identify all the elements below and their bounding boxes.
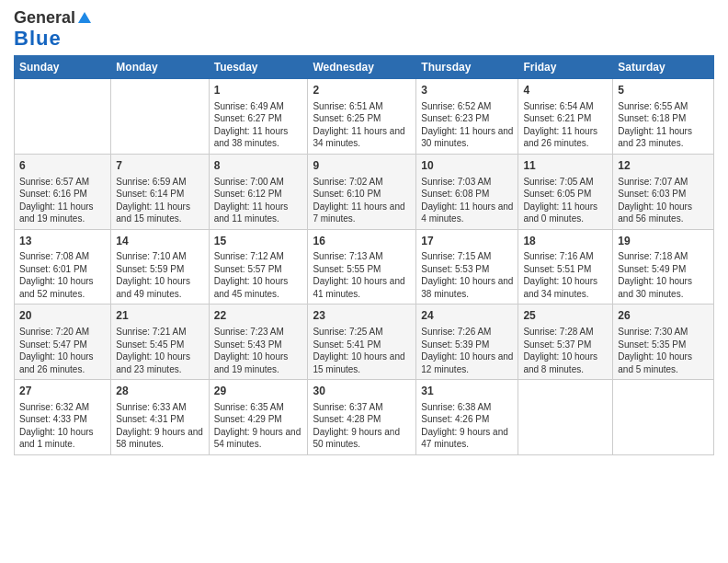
- day-number: 13: [19, 234, 106, 249]
- calendar-cell: 26Sunrise: 7:30 AM Sunset: 5:35 PM Dayli…: [613, 304, 714, 380]
- day-content: Sunrise: 6:55 AM Sunset: 6:18 PM Dayligh…: [618, 100, 709, 150]
- day-header-sunday: Sunday: [15, 55, 111, 78]
- day-number: 16: [313, 234, 411, 249]
- day-header-monday: Monday: [111, 55, 209, 78]
- calendar-cell: 8Sunrise: 7:00 AM Sunset: 6:12 PM Daylig…: [209, 154, 308, 229]
- calendar-cell: 31Sunrise: 6:38 AM Sunset: 4:26 PM Dayli…: [416, 380, 518, 455]
- day-number: 4: [523, 83, 608, 98]
- calendar-table: SundayMondayTuesdayWednesdayThursdayFrid…: [14, 55, 714, 455]
- day-number: 23: [313, 308, 411, 324]
- calendar-cell: 20Sunrise: 7:20 AM Sunset: 5:47 PM Dayli…: [15, 304, 111, 380]
- day-number: 3: [421, 83, 513, 98]
- calendar-cell: 9Sunrise: 7:02 AM Sunset: 6:10 PM Daylig…: [308, 154, 416, 229]
- day-number: 26: [618, 308, 709, 324]
- day-content: Sunrise: 7:08 AM Sunset: 6:01 PM Dayligh…: [19, 250, 106, 300]
- day-content: Sunrise: 7:21 AM Sunset: 5:45 PM Dayligh…: [116, 326, 203, 375]
- day-number: 24: [421, 308, 513, 324]
- day-content: Sunrise: 7:12 AM Sunset: 5:57 PM Dayligh…: [214, 250, 303, 300]
- day-header-thursday: Thursday: [416, 55, 518, 78]
- day-number: 11: [523, 158, 608, 174]
- day-content: Sunrise: 7:03 AM Sunset: 6:08 PM Dayligh…: [421, 176, 513, 225]
- day-number: 15: [214, 234, 303, 249]
- calendar-cell: [518, 380, 613, 455]
- day-content: Sunrise: 6:33 AM Sunset: 4:31 PM Dayligh…: [116, 401, 203, 451]
- calendar-cell: 24Sunrise: 7:26 AM Sunset: 5:39 PM Dayli…: [416, 304, 518, 380]
- day-content: Sunrise: 6:52 AM Sunset: 6:23 PM Dayligh…: [421, 100, 513, 150]
- day-content: Sunrise: 7:23 AM Sunset: 5:43 PM Dayligh…: [214, 326, 303, 375]
- logo-general: General: [14, 8, 75, 27]
- day-number: 8: [214, 158, 303, 174]
- day-content: Sunrise: 7:16 AM Sunset: 5:51 PM Dayligh…: [523, 250, 608, 300]
- day-content: Sunrise: 7:05 AM Sunset: 6:05 PM Dayligh…: [523, 176, 608, 225]
- calendar-cell: 10Sunrise: 7:03 AM Sunset: 6:08 PM Dayli…: [416, 154, 518, 229]
- week-row-1: 1Sunrise: 6:49 AM Sunset: 6:27 PM Daylig…: [15, 78, 714, 154]
- calendar-cell: 12Sunrise: 7:07 AM Sunset: 6:03 PM Dayli…: [613, 154, 714, 229]
- day-content: Sunrise: 7:26 AM Sunset: 5:39 PM Dayligh…: [421, 326, 513, 375]
- day-number: 27: [19, 384, 106, 399]
- calendar-cell: [111, 78, 209, 154]
- day-content: Sunrise: 6:57 AM Sunset: 6:16 PM Dayligh…: [19, 176, 106, 225]
- calendar-header-row: SundayMondayTuesdayWednesdayThursdayFrid…: [15, 55, 714, 78]
- calendar-cell: 22Sunrise: 7:23 AM Sunset: 5:43 PM Dayli…: [209, 304, 308, 380]
- day-number: 28: [116, 384, 203, 399]
- logo-blue: Blue: [14, 28, 62, 50]
- day-content: Sunrise: 6:51 AM Sunset: 6:25 PM Dayligh…: [313, 100, 411, 150]
- day-content: Sunrise: 7:25 AM Sunset: 5:41 PM Dayligh…: [313, 326, 411, 375]
- page: General Blue SundayMondayTuesdayWednesda…: [0, 0, 728, 563]
- day-content: Sunrise: 7:20 AM Sunset: 5:47 PM Dayligh…: [19, 326, 106, 375]
- day-number: 6: [19, 158, 106, 174]
- calendar-cell: 21Sunrise: 7:21 AM Sunset: 5:45 PM Dayli…: [111, 304, 209, 380]
- day-content: Sunrise: 7:30 AM Sunset: 5:35 PM Dayligh…: [618, 326, 709, 375]
- calendar-cell: 5Sunrise: 6:55 AM Sunset: 6:18 PM Daylig…: [613, 78, 714, 154]
- week-row-3: 13Sunrise: 7:08 AM Sunset: 6:01 PM Dayli…: [15, 229, 714, 304]
- day-content: Sunrise: 7:28 AM Sunset: 5:37 PM Dayligh…: [523, 326, 608, 375]
- calendar-cell: 15Sunrise: 7:12 AM Sunset: 5:57 PM Dayli…: [209, 229, 308, 304]
- day-number: 12: [618, 158, 709, 174]
- svg-marker-0: [78, 12, 91, 23]
- day-header-saturday: Saturday: [613, 55, 714, 78]
- calendar-cell: 14Sunrise: 7:10 AM Sunset: 5:59 PM Dayli…: [111, 229, 209, 304]
- calendar-cell: 25Sunrise: 7:28 AM Sunset: 5:37 PM Dayli…: [518, 304, 613, 380]
- day-number: 25: [523, 308, 608, 324]
- calendar-cell: 13Sunrise: 7:08 AM Sunset: 6:01 PM Dayli…: [15, 229, 111, 304]
- day-number: 20: [19, 308, 106, 324]
- day-content: Sunrise: 6:59 AM Sunset: 6:14 PM Dayligh…: [116, 176, 203, 225]
- day-number: 19: [618, 234, 709, 249]
- day-content: Sunrise: 6:54 AM Sunset: 6:21 PM Dayligh…: [523, 100, 608, 150]
- calendar-cell: 30Sunrise: 6:37 AM Sunset: 4:28 PM Dayli…: [308, 380, 416, 455]
- day-number: 5: [618, 83, 709, 98]
- day-content: Sunrise: 7:02 AM Sunset: 6:10 PM Dayligh…: [313, 176, 411, 225]
- day-number: 22: [214, 308, 303, 324]
- day-header-friday: Friday: [518, 55, 613, 78]
- day-content: Sunrise: 6:37 AM Sunset: 4:28 PM Dayligh…: [313, 401, 411, 451]
- day-content: Sunrise: 6:49 AM Sunset: 6:27 PM Dayligh…: [214, 100, 303, 150]
- calendar-cell: 29Sunrise: 6:35 AM Sunset: 4:29 PM Dayli…: [209, 380, 308, 455]
- day-content: Sunrise: 7:13 AM Sunset: 5:55 PM Dayligh…: [313, 250, 411, 300]
- day-number: 29: [214, 384, 303, 399]
- logo: General Blue: [14, 9, 94, 50]
- calendar-cell: 3Sunrise: 6:52 AM Sunset: 6:23 PM Daylig…: [416, 78, 518, 154]
- week-row-5: 27Sunrise: 6:32 AM Sunset: 4:33 PM Dayli…: [15, 380, 714, 455]
- calendar-cell: 23Sunrise: 7:25 AM Sunset: 5:41 PM Dayli…: [308, 304, 416, 380]
- calendar-cell: 28Sunrise: 6:33 AM Sunset: 4:31 PM Dayli…: [111, 380, 209, 455]
- day-number: 17: [421, 234, 513, 249]
- calendar-cell: 6Sunrise: 6:57 AM Sunset: 6:16 PM Daylig…: [15, 154, 111, 229]
- day-content: Sunrise: 7:15 AM Sunset: 5:53 PM Dayligh…: [421, 250, 513, 300]
- day-header-tuesday: Tuesday: [209, 55, 308, 78]
- calendar-cell: 16Sunrise: 7:13 AM Sunset: 5:55 PM Dayli…: [308, 229, 416, 304]
- day-number: 21: [116, 308, 203, 324]
- day-number: 14: [116, 234, 203, 249]
- header: General Blue: [14, 9, 714, 50]
- day-number: 7: [116, 158, 203, 174]
- day-number: 9: [313, 158, 411, 174]
- day-content: Sunrise: 6:38 AM Sunset: 4:26 PM Dayligh…: [421, 401, 513, 451]
- day-content: Sunrise: 7:07 AM Sunset: 6:03 PM Dayligh…: [618, 176, 709, 225]
- week-row-2: 6Sunrise: 6:57 AM Sunset: 6:16 PM Daylig…: [15, 154, 714, 229]
- day-number: 1: [214, 83, 303, 98]
- logo-icon: [76, 10, 93, 27]
- calendar-cell: 18Sunrise: 7:16 AM Sunset: 5:51 PM Dayli…: [518, 229, 613, 304]
- day-content: Sunrise: 6:35 AM Sunset: 4:29 PM Dayligh…: [214, 401, 303, 451]
- day-content: Sunrise: 7:00 AM Sunset: 6:12 PM Dayligh…: [214, 176, 303, 225]
- day-number: 30: [313, 384, 411, 399]
- day-content: Sunrise: 7:18 AM Sunset: 5:49 PM Dayligh…: [618, 250, 709, 300]
